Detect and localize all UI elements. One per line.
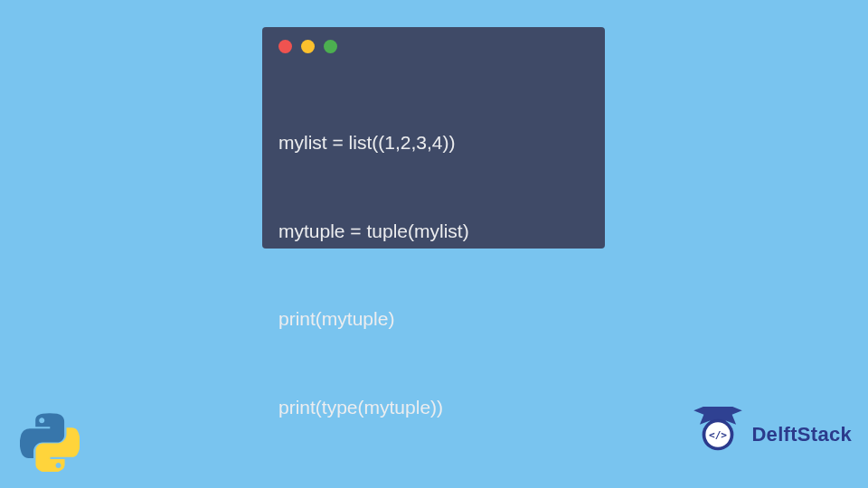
code-line: print(mytuple) bbox=[278, 305, 589, 334]
code-window: mylist = list((1,2,3,4)) mytuple = tuple… bbox=[262, 27, 605, 249]
window-traffic-lights bbox=[278, 40, 589, 53]
svg-text:</>: </> bbox=[709, 429, 727, 441]
maximize-icon bbox=[324, 40, 337, 53]
delftstack-name: DelftStack bbox=[751, 423, 852, 446]
delftstack-brand: </> DelftStack bbox=[690, 407, 852, 463]
delftstack-logo-icon: </> bbox=[690, 407, 746, 463]
code-line: mytuple = tuple(mylist) bbox=[278, 217, 589, 247]
code-body: mylist = list((1,2,3,4)) mytuple = tuple… bbox=[278, 70, 589, 482]
code-line: print(type(mytuple)) bbox=[278, 393, 589, 423]
code-line: mylist = list((1,2,3,4)) bbox=[278, 128, 589, 158]
minimize-icon bbox=[301, 40, 315, 53]
close-icon bbox=[278, 40, 292, 53]
python-logo-icon bbox=[20, 412, 80, 472]
